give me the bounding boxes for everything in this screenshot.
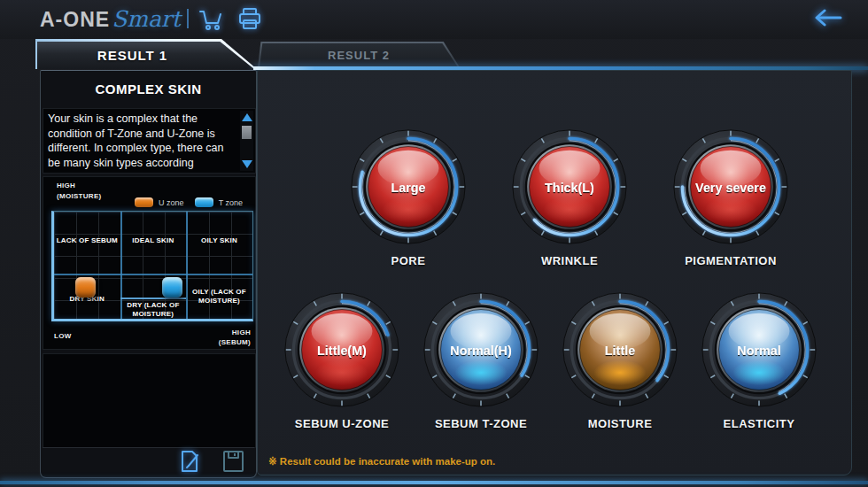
result-detail-panel: COMPLEX SKIN Your skin is a complex that… — [40, 70, 257, 478]
skin-analysis-app: A-ONE Smart RESULT 1 RESULT 2 COMPL — [0, 0, 868, 487]
gauge-label: WRINKLE — [508, 254, 632, 267]
x-axis-low-label: LOW — [54, 331, 72, 342]
gauge-label: SEBUM U-ZONE — [280, 417, 404, 430]
app-logo: A-ONE Smart — [40, 6, 181, 32]
shopping-cart-icon[interactable] — [197, 5, 225, 34]
sebum-moisture-chart: HIGH (MOISTURE) U zone T zone LACK OF SE… — [43, 176, 256, 350]
gauge-row-top: Large PORE Thick(L) WRINKLE — [346, 128, 793, 267]
gauge-dial: Thick(L) — [510, 128, 629, 246]
gauge-label: SEBUM T-ZONE — [419, 417, 543, 430]
gauge-label: PORE — [346, 254, 470, 267]
gauge-elasticity[interactable]: Normal ELASTICITY — [697, 290, 821, 430]
cell-oily-lack-of-moisture: OILY (LACK OF MOISTURE) — [186, 288, 252, 305]
skin-type-title: COMPLEX SKIN — [41, 81, 256, 97]
makeup-warning-note: ※ Result could be inaccurate with make-u… — [268, 455, 495, 468]
panel-divider — [43, 447, 254, 448]
gauge-dial: Normal — [700, 290, 818, 409]
marker-u-zone — [75, 277, 96, 298]
empty-content-box — [43, 353, 256, 448]
u-zone-legend-label: U zone — [159, 198, 184, 207]
header-separator — [187, 9, 189, 28]
gauge-value: Little(M) — [317, 344, 367, 358]
gauge-dial: Little(M) — [283, 290, 401, 409]
scroll-down-icon[interactable] — [242, 160, 252, 168]
cell-oily-skin: OILY SKIN — [186, 236, 252, 245]
description-text: Your skin is a complex that the conditio… — [48, 112, 224, 169]
y-axis-high-label: HIGH (MOISTURE) — [57, 181, 102, 201]
grid-line — [120, 298, 187, 299]
gauge-sebum-u-zone[interactable]: Little(M) SEBUM U-ZONE — [280, 290, 404, 430]
gauge-moisture[interactable]: Little MOISTURE — [558, 290, 682, 430]
grid-line — [54, 274, 252, 275]
panel-action-icons — [178, 450, 245, 473]
t-zone-legend-chip — [195, 197, 213, 207]
tab-result-2[interactable]: RESULT 2 — [258, 42, 460, 67]
chart-legend: U zone T zone — [135, 197, 248, 207]
logo-text-primary: A-ONE — [40, 8, 110, 32]
gauge-label: MOISTURE — [558, 417, 682, 430]
gauge-pore[interactable]: Large PORE — [346, 128, 470, 267]
cell-lack-of-sebum: LACK OF SEBUM — [54, 236, 120, 245]
gauge-value: Little — [605, 344, 635, 358]
gauge-wrinkle[interactable]: Thick(L) WRINKLE — [508, 128, 632, 267]
back-arrow-icon[interactable] — [813, 7, 843, 28]
gauge-value: Normal — [737, 344, 780, 358]
x-axis-high-label: HIGH (SEBUM) — [219, 328, 251, 348]
t-zone-legend-label: T zone — [219, 198, 243, 207]
scrollbar — [240, 111, 253, 171]
cell-ideal-skin: IDEAL SKIN — [120, 236, 187, 245]
edit-note-icon[interactable] — [178, 450, 202, 473]
gauge-dial: Little — [561, 290, 679, 409]
gauge-pigmentation[interactable]: Very severe PIGMENTATION — [669, 128, 793, 267]
gauge-dial: Normal(H) — [422, 290, 540, 409]
u-zone-legend-chip — [135, 197, 153, 207]
scrollbar-thumb[interactable] — [242, 126, 252, 139]
marker-t-zone — [162, 277, 182, 298]
cell-dry-lack-of-moisture: DRY (LACK OF MOISTURE) — [120, 301, 187, 319]
printer-icon[interactable] — [236, 5, 264, 34]
gauge-dial: Large — [349, 128, 468, 246]
logo-text-secondary: Smart — [112, 6, 181, 32]
gauge-label: ELASTICITY — [697, 417, 821, 430]
bottom-glow-line — [0, 481, 868, 484]
gauge-sebum-t-zone[interactable]: Normal(H) SEBUM T-ZONE — [419, 290, 543, 430]
gauge-value: Large — [391, 181, 425, 195]
tab-result-1-label: RESULT 1 — [97, 48, 194, 63]
gauge-label: PIGMENTATION — [669, 254, 793, 267]
header-bar: A-ONE Smart — [0, 0, 868, 39]
chart-grid: LACK OF SEBUM IDEAL SKIN OILY SKIN DRY S… — [51, 211, 253, 321]
gauge-value: Very severe — [695, 181, 766, 195]
gauge-value: Normal(H) — [450, 344, 512, 358]
gauge-value: Thick(L) — [545, 181, 594, 195]
save-icon[interactable] — [221, 450, 245, 473]
tab-result-2-label: RESULT 2 — [328, 49, 390, 62]
skin-type-description[interactable]: Your skin is a complex that the conditio… — [43, 108, 256, 174]
tab-result-1[interactable]: RESULT 1 — [35, 39, 257, 69]
gauge-row-bottom: Little(M) SEBUM U-ZONE Normal(H) SEBUM T… — [280, 290, 821, 430]
scroll-up-icon[interactable] — [242, 113, 252, 121]
result-gauges-panel: Large PORE Thick(L) WRINKLE — [257, 70, 852, 475]
gauge-dial: Very severe — [671, 128, 790, 246]
